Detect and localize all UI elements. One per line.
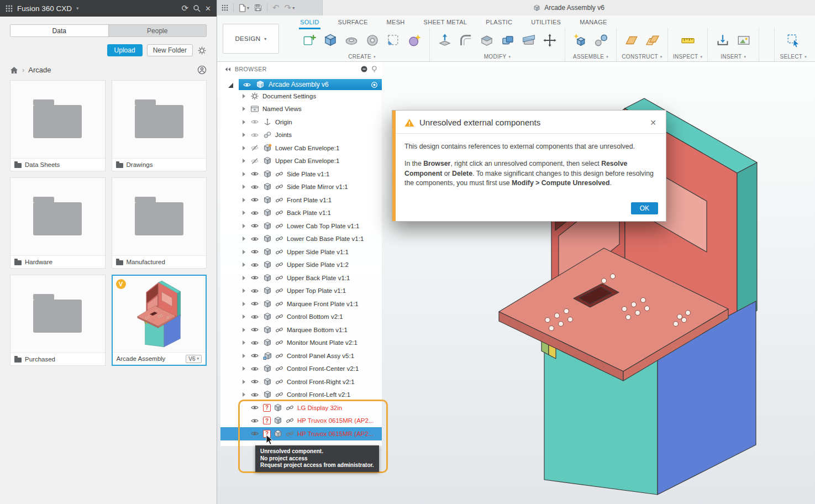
eye-icon[interactable] bbox=[250, 209, 260, 217]
create-box-icon[interactable] bbox=[320, 30, 340, 51]
disclosure-arrow-icon[interactable] bbox=[240, 262, 248, 267]
root-disclosure-icon[interactable] bbox=[228, 81, 237, 88]
browser-tree-row[interactable]: Monitor Mount Plate v2:1 bbox=[220, 337, 382, 350]
browser-tree-row[interactable]: Front Plate v1:1 bbox=[220, 193, 382, 207]
browser-tree-row[interactable]: ? HP Truvox 0615MR (AP2... bbox=[220, 414, 382, 428]
folder-card[interactable]: Drawings bbox=[112, 80, 207, 171]
tab-people[interactable]: People bbox=[109, 25, 207, 36]
eye-icon[interactable] bbox=[250, 248, 260, 256]
settings-gear-icon[interactable] bbox=[197, 46, 207, 55]
disclosure-arrow-icon[interactable] bbox=[240, 340, 248, 345]
collaboration-icon[interactable] bbox=[197, 65, 207, 75]
toolbar-group-label[interactable]: ASSEMBLE ▾ bbox=[573, 52, 608, 61]
eye-icon[interactable] bbox=[250, 339, 260, 347]
press-pull-icon[interactable] bbox=[435, 30, 455, 51]
disclosure-arrow-icon[interactable] bbox=[240, 328, 248, 332]
refresh-icon[interactable]: ⟳ bbox=[182, 3, 189, 13]
eye-icon[interactable] bbox=[250, 170, 260, 178]
eye-icon[interactable] bbox=[250, 351, 260, 360]
disclosure-arrow-icon[interactable] bbox=[240, 94, 248, 98]
insert-image-icon[interactable] bbox=[734, 30, 754, 51]
eye-icon[interactable] bbox=[250, 377, 260, 386]
disclosure-arrow-icon[interactable] bbox=[240, 146, 248, 150]
eye-icon[interactable] bbox=[250, 118, 260, 126]
new-component-icon[interactable] bbox=[570, 30, 590, 51]
folder-card[interactable]: Manufactured bbox=[112, 177, 207, 269]
fillet-icon[interactable] bbox=[456, 30, 476, 51]
ok-button[interactable]: OK bbox=[631, 202, 658, 214]
disclosure-arrow-icon[interactable] bbox=[240, 107, 248, 111]
panel-options-icon[interactable] bbox=[361, 66, 367, 72]
browser-tree-row[interactable]: Upper Top Plate v1:1 bbox=[220, 285, 382, 298]
move-copy-icon[interactable] bbox=[540, 30, 560, 51]
browser-tree-row[interactable]: Side Plate v1:1 bbox=[220, 167, 382, 181]
create-primitive-icon[interactable] bbox=[383, 30, 403, 51]
close-panel-icon[interactable]: ✕ bbox=[205, 4, 211, 13]
toolbar-group-label[interactable]: INSPECT ▾ bbox=[673, 52, 702, 61]
disclosure-arrow-icon[interactable] bbox=[240, 172, 248, 176]
home-icon[interactable] bbox=[10, 66, 18, 74]
disclosure-arrow-icon[interactable] bbox=[240, 250, 248, 254]
folder-card[interactable]: Data Sheets bbox=[10, 80, 106, 171]
browser-tree-row[interactable]: Lower Cab Base Plate v1:1 bbox=[220, 233, 382, 246]
browser-tree-row[interactable]: Control Front-Left v2:1 bbox=[220, 389, 382, 402]
eye-icon[interactable] bbox=[250, 131, 260, 139]
browser-tree-row[interactable]: Control Bottom v2:1 bbox=[220, 311, 382, 324]
browser-tree-row[interactable]: Origin bbox=[220, 116, 382, 129]
eye-icon[interactable] bbox=[250, 196, 260, 204]
disclosure-arrow-icon[interactable] bbox=[240, 366, 248, 371]
window-grid-icon[interactable] bbox=[222, 4, 228, 11]
browser-tree-row[interactable]: Upper Side Plate v1:2 bbox=[220, 259, 382, 272]
construct-offset-plane-icon[interactable] bbox=[643, 30, 662, 51]
tab-data[interactable]: Data bbox=[10, 25, 109, 36]
eye-icon[interactable] bbox=[250, 287, 260, 295]
browser-tree-row[interactable]: Marquee Front Plate v1:1 bbox=[220, 297, 382, 311]
browser-tree-row[interactable]: ? LG Display 32in bbox=[220, 401, 382, 414]
eye-icon[interactable] bbox=[243, 81, 253, 89]
browser-tree-row[interactable]: Side Plate Mirror v1:1 bbox=[220, 181, 382, 194]
browser-tree-row[interactable]: Control Front-Right v2:1 bbox=[220, 375, 382, 389]
eye-icon[interactable] bbox=[250, 429, 260, 438]
upload-button[interactable]: Upload bbox=[107, 44, 143, 56]
create-pattern-icon[interactable] bbox=[404, 30, 424, 51]
disclosure-arrow-icon[interactable] bbox=[240, 314, 248, 319]
disclosure-arrow-icon[interactable] bbox=[240, 159, 248, 163]
assembly-design-card[interactable]: V Arcade Assembly V6 ▾ bbox=[112, 275, 207, 366]
disclosure-arrow-icon[interactable] bbox=[240, 302, 248, 306]
disclosure-arrow-icon[interactable] bbox=[240, 354, 248, 358]
eye-icon[interactable] bbox=[250, 144, 260, 152]
eye-icon[interactable] bbox=[250, 391, 260, 399]
eye-icon[interactable] bbox=[250, 157, 260, 165]
insert-derive-icon[interactable] bbox=[713, 30, 733, 51]
eye-icon[interactable] bbox=[250, 261, 260, 269]
browser-tree-row[interactable]: Upper Back Plate v1:1 bbox=[220, 271, 382, 285]
browser-tree-row[interactable]: Joints bbox=[220, 129, 382, 142]
browser-root-item[interactable]: Arcade Assembly v6 bbox=[220, 79, 382, 90]
eye-icon[interactable] bbox=[250, 235, 260, 243]
workspace-selector[interactable]: DESIGN ▾ bbox=[223, 24, 279, 54]
root-bar[interactable]: Arcade Assembly v6 bbox=[239, 79, 382, 90]
toolbar-group-label[interactable]: CREATE ▾ bbox=[348, 52, 375, 61]
disclosure-arrow-icon[interactable] bbox=[240, 380, 248, 384]
activate-component-icon[interactable] bbox=[371, 81, 378, 88]
eye-icon[interactable] bbox=[250, 326, 260, 334]
eye-icon[interactable] bbox=[250, 365, 260, 373]
split-body-icon[interactable] bbox=[519, 30, 539, 51]
create-sweep-icon[interactable] bbox=[341, 30, 361, 51]
create-sketch-icon[interactable] bbox=[299, 30, 319, 51]
new-file-icon[interactable]: ▾ bbox=[239, 4, 249, 12]
eye-icon[interactable] bbox=[250, 300, 260, 308]
select-icon[interactable] bbox=[784, 30, 803, 51]
toolbar-group-label[interactable]: MODIFY ▾ bbox=[484, 52, 511, 61]
combine-icon[interactable] bbox=[498, 30, 518, 51]
disclosure-arrow-icon[interactable] bbox=[240, 288, 248, 293]
create-revolve-icon[interactable] bbox=[362, 30, 382, 51]
browser-tree-row[interactable]: Named Views bbox=[220, 103, 382, 116]
disclosure-arrow-icon[interactable] bbox=[240, 392, 248, 397]
shell-icon[interactable] bbox=[477, 30, 497, 51]
browser-tree-row[interactable]: Upper Cab Envelope:1 bbox=[220, 155, 382, 168]
browser-tree-row[interactable]: Marquee Bottom v1:1 bbox=[220, 323, 382, 337]
dialog-close-icon[interactable]: ✕ bbox=[648, 118, 658, 127]
browser-tree-row[interactable]: Control Front-Center v2:1 bbox=[220, 363, 382, 376]
disclosure-arrow-icon[interactable] bbox=[240, 120, 248, 124]
